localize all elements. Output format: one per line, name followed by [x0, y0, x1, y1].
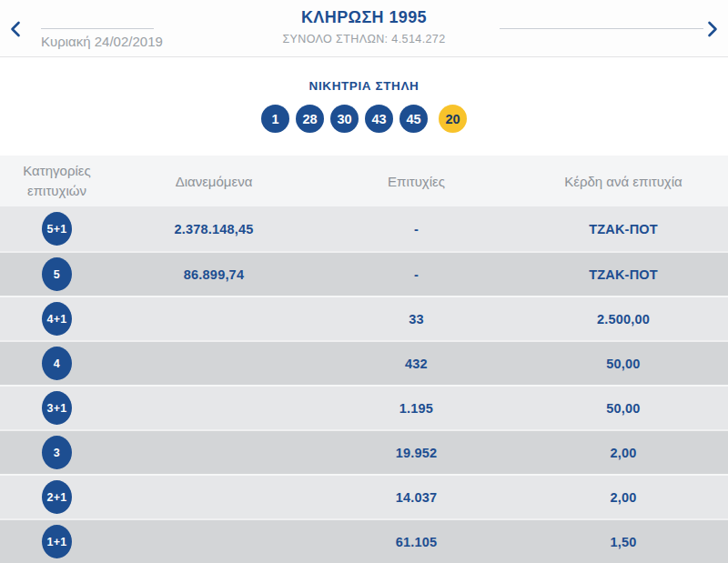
category-badge: 5: [42, 257, 72, 291]
table-row: 5+12.378.148,45-ΤΖΑΚ-ΠΟΤ: [0, 206, 728, 251]
previous-draw-button[interactable]: [5, 18, 26, 40]
wins-cell: 1.195: [314, 401, 519, 416]
distributed-cell: 86.899,74: [114, 267, 314, 282]
category-badge: 2+1: [42, 480, 72, 514]
category-cell: 4+1: [0, 302, 114, 336]
wins-cell: 33: [314, 312, 519, 327]
category-cell: 1+1: [0, 525, 114, 558]
category-cell: 5+1: [0, 212, 114, 246]
table-row: 2+114.0372,00: [0, 474, 728, 518]
prize-cell: 1,50: [519, 535, 728, 549]
results-table-body: 5+12.378.148,45-ΤΖΑΚ-ΠΟΤ586.899,74-ΤΖΑΚ-…: [0, 206, 728, 563]
table-row: 1+161.1051,50: [0, 518, 728, 563]
results-table-header: Κατηγορίες επιτυχιών Διανεμόμενα Επιτυχί…: [0, 156, 728, 206]
category-cell: 5: [0, 257, 114, 291]
header-prize-per-win: Κέρδη ανά επιτυχία: [519, 174, 728, 189]
category-cell: 2+1: [0, 480, 114, 514]
header-divider-right: [500, 28, 703, 29]
category-cell: 3+1: [0, 391, 114, 425]
wins-cell: 432: [314, 357, 519, 371]
wins-cell: -: [314, 222, 519, 236]
winning-number-ball: 1: [261, 105, 289, 133]
prize-cell: 2.500,00: [519, 312, 728, 327]
wins-cell: 19.952: [314, 446, 519, 460]
category-badge: 4+1: [42, 302, 72, 336]
chevron-right-icon: [707, 21, 718, 37]
wins-cell: 61.105: [314, 535, 519, 549]
category-badge: 1+1: [42, 525, 72, 558]
prize-cell: 2,00: [519, 446, 728, 460]
distributed-cell: 2.378.148,45: [114, 222, 314, 236]
winning-column-section: ΝΙΚΗΤΡΙΑ ΣΤΗΛΗ 12830434520: [0, 57, 728, 156]
winning-number-ball: 28: [296, 105, 324, 133]
category-badge: 3: [42, 436, 72, 469]
lottery-results-page: Κυριακή 24/02/2019 ΚΛΗΡΩΣΗ 1995 ΣΥΝΟΛΟ Σ…: [0, 0, 728, 563]
draw-header: Κυριακή 24/02/2019 ΚΛΗΡΩΣΗ 1995 ΣΥΝΟΛΟ Σ…: [0, 0, 728, 57]
winning-column-label: ΝΙΚΗΤΡΙΑ ΣΤΗΛΗ: [0, 79, 728, 93]
table-row: 443250,00: [0, 340, 728, 385]
winning-number-ball: 45: [399, 105, 428, 133]
winning-numbers: 12830434520: [0, 105, 728, 133]
category-badge: 4: [42, 347, 72, 380]
prize-cell: 50,00: [519, 357, 728, 371]
next-draw-button[interactable]: [702, 18, 723, 40]
category-cell: 4: [0, 347, 114, 380]
category-badge: 3+1: [42, 391, 72, 425]
joker-number-ball: 20: [439, 105, 467, 133]
header-distributed: Διανεμόμενα: [114, 174, 314, 189]
prize-cell: 50,00: [519, 401, 728, 416]
header-divider-left: [41, 28, 154, 29]
table-row: 4+1332.500,00: [0, 296, 728, 340]
prize-cell: ΤΖΑΚ-ΠΟΤ: [519, 267, 728, 282]
category-badge: 5+1: [42, 212, 72, 246]
chevron-left-icon: [10, 21, 21, 37]
draw-title: ΚΛΗΡΩΣΗ 1995: [282, 8, 445, 27]
category-cell: 3: [0, 436, 114, 469]
results-table: Κατηγορίες επιτυχιών Διανεμόμενα Επιτυχί…: [0, 156, 728, 563]
draw-title-block: ΚΛΗΡΩΣΗ 1995 ΣΥΝΟΛΟ ΣΤΗΛΩΝ: 4.514.272: [282, 8, 445, 45]
draw-date: Κυριακή 24/02/2019: [41, 34, 163, 49]
winning-number-ball: 30: [330, 105, 359, 133]
total-columns-label: ΣΥΝΟΛΟ ΣΤΗΛΩΝ: 4.514.272: [282, 33, 445, 45]
table-row: 586.899,74-ΤΖΑΚ-ΠΟΤ: [0, 251, 728, 296]
table-row: 319.9522,00: [0, 429, 728, 474]
table-row: 3+11.19550,00: [0, 385, 728, 429]
prize-cell: ΤΖΑΚ-ΠΟΤ: [519, 222, 728, 236]
winning-number-ball: 43: [365, 105, 393, 133]
header-category: Κατηγορίες επιτυχιών: [0, 161, 114, 201]
wins-cell: 14.037: [314, 490, 519, 505]
wins-cell: -: [314, 267, 519, 282]
header-wins: Επιτυχίες: [314, 174, 519, 189]
prize-cell: 2,00: [519, 490, 728, 505]
